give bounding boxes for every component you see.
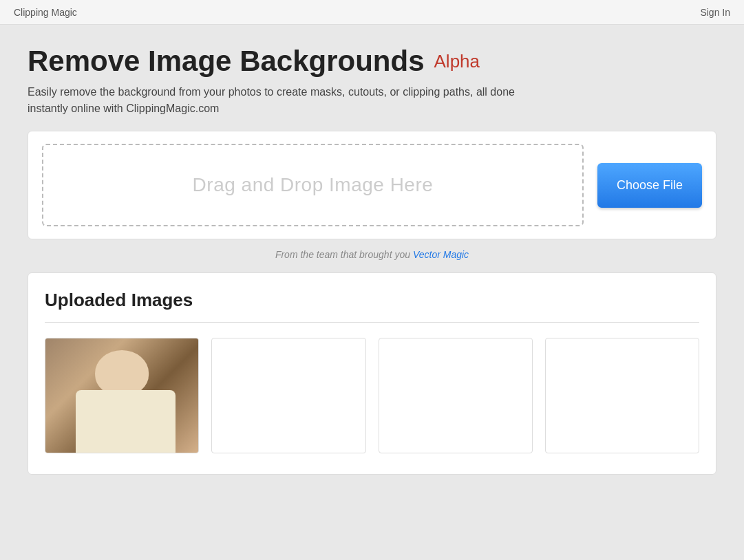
vector-magic-link[interactable]: Vector Magic	[413, 249, 469, 260]
uploaded-image-1	[45, 338, 198, 453]
hero-title-container: Remove Image Backgrounds Alpha	[28, 45, 716, 77]
drop-zone[interactable]: Drag and Drop Image Here	[42, 144, 584, 226]
section-divider	[45, 322, 699, 323]
hero-title-text: Remove Image Backgrounds	[28, 45, 425, 77]
choose-file-button[interactable]: Choose File	[597, 163, 702, 208]
attribution-prefix: From the team that brought you	[275, 249, 413, 260]
image-slot-2[interactable]	[211, 338, 365, 453]
image-slot-3[interactable]	[379, 338, 533, 453]
uploaded-images-section: Uploaded Images	[28, 272, 716, 475]
upload-container: Drag and Drop Image Here Choose File	[28, 131, 716, 239]
hero-description: Easily remove the background from your p…	[28, 84, 716, 117]
main-content: Remove Image Backgrounds Alpha Easily re…	[0, 25, 744, 488]
image-slot-4[interactable]	[545, 338, 699, 453]
images-grid	[45, 338, 699, 453]
signin-link[interactable]: Sign In	[700, 7, 730, 18]
top-nav: Clipping Magic Sign In	[0, 0, 744, 25]
alpha-badge: Alpha	[434, 52, 480, 72]
drop-zone-text: Drag and Drop Image Here	[193, 174, 434, 196]
hero-description-line1: Easily remove the background from your p…	[28, 86, 515, 98]
hero-description-line2: instantly online with ClippingMagic.com	[28, 103, 219, 114]
image-slot-1[interactable]	[45, 338, 199, 453]
brand-logo: Clipping Magic	[14, 7, 77, 18]
uploaded-images-title: Uploaded Images	[45, 290, 699, 311]
attribution-text: From the team that brought you Vector Ma…	[28, 249, 716, 260]
